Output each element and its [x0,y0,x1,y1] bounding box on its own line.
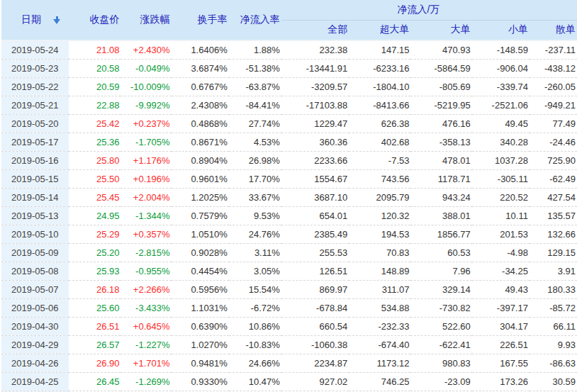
change-percent-cell: +0.645% [121,317,171,335]
col-header-close[interactable]: 收盘价 [69,0,121,40]
inflow-rate-cell: -6.72% [229,298,281,317]
date-cell: 2019-04-29 [1,335,69,354]
inflow-rate-cell: 17.70% [229,169,281,188]
inflow-super-cell: -232.33 [349,317,410,335]
turnover-rate-cell: 0.7579% [172,206,229,225]
col-header-turnover[interactable]: 换手率 [172,0,229,40]
inflow-all-cell: -13441.91 [281,59,349,77]
close-price-cell: 25.42 [69,114,121,133]
col-header-inflow-large[interactable]: 大单 [410,20,471,40]
inflow-retail-cell: -438.12 [530,59,577,77]
inflow-super-cell: 746.25 [349,372,410,391]
date-cell: 2019-04-26 [1,354,69,372]
date-cell: 2019-05-08 [1,262,69,280]
date-cell: 2019-05-15 [1,169,69,188]
close-price-cell: 24.95 [69,206,121,225]
inflow-all-cell: -3209.57 [281,77,349,96]
inflow-small-cell: -2521.06 [472,96,530,114]
inflow-super-cell: 70.83 [349,243,410,262]
date-cell: 2019-05-13 [1,206,69,225]
inflow-large-cell: 470.93 [410,40,471,59]
table-row: 2019-05-15 25.50 +0.196% 0.9601% 17.70% … [1,169,577,188]
inflow-large-cell: -730.82 [410,298,471,317]
table-row: 2019-05-21 22.88 -9.992% 2.4308% -84.41%… [1,96,577,114]
inflow-retail-cell: 66.11 [530,317,577,335]
col-header-change[interactable]: 涨跌幅 [121,0,171,40]
inflow-retail-cell: 725.90 [530,151,577,169]
inflow-small-cell: 1037.28 [472,151,530,169]
date-cell: 2019-05-14 [1,188,69,206]
date-cell: 2019-05-22 [1,77,69,96]
table-row: 2019-04-29 26.57 -1.227% 1.0270% -10.83%… [1,335,577,354]
inflow-rate-cell: 24.76% [229,225,281,243]
inflow-small-cell: 49.43 [472,280,530,298]
inflow-small-cell: -339.74 [472,77,530,96]
close-price-cell: 21.08 [69,40,121,59]
inflow-retail-cell: 427.54 [530,188,577,206]
turnover-rate-cell: 0.6390% [172,317,229,335]
inflow-small-cell: 304.17 [472,317,530,335]
inflow-rate-cell: -10.83% [229,335,281,354]
col-header-inflow-small[interactable]: 小单 [472,20,530,40]
table-row: 2019-05-08 25.93 -0.955% 0.4454% 3.05% 1… [1,262,577,280]
inflow-large-cell: 476.16 [410,114,471,133]
date-cell: 2019-04-25 [1,372,69,391]
col-header-inflow-all[interactable]: 全部 [281,20,349,40]
inflow-small-cell: -148.59 [472,40,530,59]
turnover-rate-cell: 1.0510% [172,225,229,243]
date-cell: 2019-05-16 [1,151,69,169]
date-cell: 2019-05-23 [1,59,69,77]
turnover-rate-cell: 1.0270% [172,335,229,354]
col-group-net-inflow: 净流入/万 [281,0,577,20]
inflow-super-cell: -8413.66 [349,96,410,114]
col-header-inflow-retail[interactable]: 散单 [530,20,577,40]
inflow-super-cell: 148.89 [349,262,410,280]
col-header-inflow-super[interactable]: 超大单 [349,20,410,40]
inflow-rate-cell: 3.11% [229,243,281,262]
turnover-rate-cell: 1.6406% [172,40,229,59]
inflow-rate-cell: 24.66% [229,354,281,372]
inflow-super-cell: 1173.12 [349,354,410,372]
inflow-super-cell: 743.56 [349,169,410,188]
inflow-retail-cell: 129.15 [530,243,577,262]
inflow-retail-cell: 30.59 [530,372,577,391]
inflow-large-cell: -23.09 [410,372,471,391]
inflow-small-cell: 167.55 [472,354,530,372]
inflow-small-cell: 10.11 [472,206,530,225]
inflow-large-cell: 1178.71 [410,169,471,188]
date-cell: 2019-04-30 [1,317,69,335]
close-price-cell: 20.58 [69,59,121,77]
turnover-rate-cell: 1.1031% [172,298,229,317]
inflow-retail-cell: 3.91 [530,262,577,280]
change-percent-cell: +1.176% [121,151,171,169]
turnover-rate-cell: 3.6874% [172,59,229,77]
col-header-inflow-rate[interactable]: 净流入率 [229,0,281,40]
table-row: 2019-05-14 25.45 +2.004% 1.2025% 33.67% … [1,188,577,206]
inflow-retail-cell: 180.33 [530,280,577,298]
inflow-rate-cell: 9.53% [229,206,281,225]
inflow-all-cell: 1554.67 [281,169,349,188]
inflow-large-cell: 329.14 [410,280,471,298]
inflow-retail-cell: -85.72 [530,298,577,317]
inflow-large-cell: -5864.59 [410,59,471,77]
turnover-rate-cell: 0.8671% [172,133,229,151]
sort-desc-icon[interactable] [53,16,61,24]
inflow-large-cell: 522.60 [410,317,471,335]
close-price-cell: 25.45 [69,188,121,206]
table-row: 2019-05-07 26.18 +2.266% 0.5956% 15.54% … [1,280,577,298]
close-price-cell: 25.80 [69,151,121,169]
inflow-rate-cell: 4.53% [229,133,281,151]
close-price-cell: 25.93 [69,262,121,280]
inflow-all-cell: 654.01 [281,206,349,225]
table-row: 2019-04-26 26.90 +1.701% 0.9481% 24.66% … [1,354,577,372]
date-cell: 2019-05-09 [1,243,69,262]
close-price-cell: 26.57 [69,335,121,354]
close-price-cell: 26.51 [69,317,121,335]
col-header-date[interactable]: 日期 [1,0,69,40]
inflow-super-cell: -6233.16 [349,59,410,77]
inflow-large-cell: 388.01 [410,206,471,225]
table-row: 2019-04-30 26.51 +0.645% 0.6390% 10.86% … [1,317,577,335]
change-percent-cell: -1.227% [121,335,171,354]
inflow-large-cell: -805.69 [410,77,471,96]
inflow-super-cell: 311.07 [349,280,410,298]
